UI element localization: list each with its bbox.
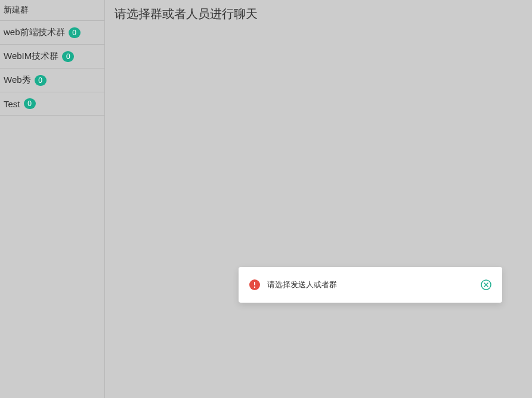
error-icon xyxy=(249,279,260,290)
new-group-button[interactable]: 新建群 xyxy=(0,0,104,21)
unread-badge: 0 xyxy=(35,75,47,86)
svg-point-2 xyxy=(254,287,255,288)
group-name: Web秀 xyxy=(4,74,31,86)
group-item[interactable]: WebIM技术群 0 xyxy=(0,45,104,69)
group-item[interactable]: Test 0 xyxy=(0,92,104,116)
toast-message: 请选择发送人或者群 xyxy=(267,279,481,290)
group-name: WebIM技术群 xyxy=(4,51,58,62)
page-title: 请选择群或者人员进行聊天 xyxy=(105,0,532,28)
main-panel: 请选择群或者人员进行聊天 请选择发送人或者群 xyxy=(105,0,532,398)
toast-notification: 请选择发送人或者群 xyxy=(239,267,502,303)
unread-badge: 0 xyxy=(24,98,36,109)
group-item[interactable]: Web秀 0 xyxy=(0,69,104,92)
group-item[interactable]: web前端技术群 0 xyxy=(0,21,104,45)
sidebar: 新建群 web前端技术群 0 WebIM技术群 0 Web秀 0 Test 0 xyxy=(0,0,105,398)
group-name: web前端技术群 xyxy=(4,27,65,38)
unread-badge: 0 xyxy=(69,27,81,38)
group-list: web前端技术群 0 WebIM技术群 0 Web秀 0 Test 0 xyxy=(0,21,104,116)
unread-badge: 0 xyxy=(62,51,74,62)
app-container: 新建群 web前端技术群 0 WebIM技术群 0 Web秀 0 Test 0 … xyxy=(0,0,532,398)
svg-rect-1 xyxy=(254,282,255,285)
close-icon[interactable] xyxy=(481,279,491,290)
group-name: Test xyxy=(4,99,20,109)
